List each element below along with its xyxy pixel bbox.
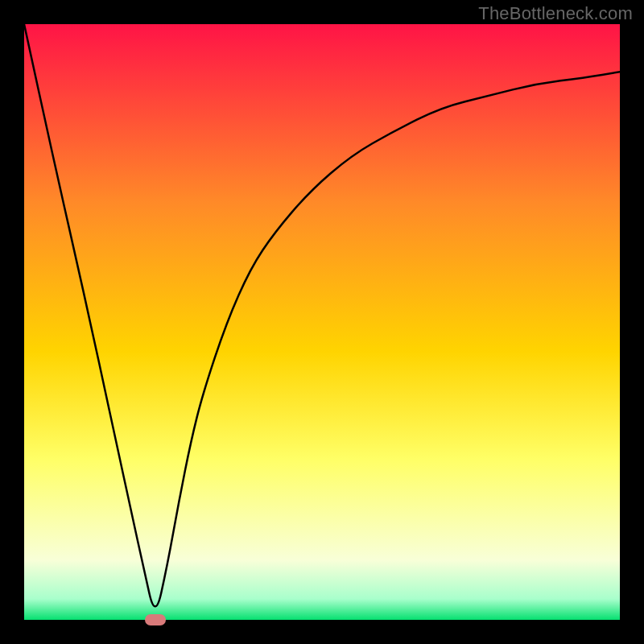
watermark-text: TheBottleneck.com [478, 3, 633, 24]
plot-area [24, 24, 620, 620]
chart-frame: TheBottleneck.com [0, 0, 644, 644]
plot-svg [24, 24, 620, 620]
gradient-background [24, 24, 620, 620]
